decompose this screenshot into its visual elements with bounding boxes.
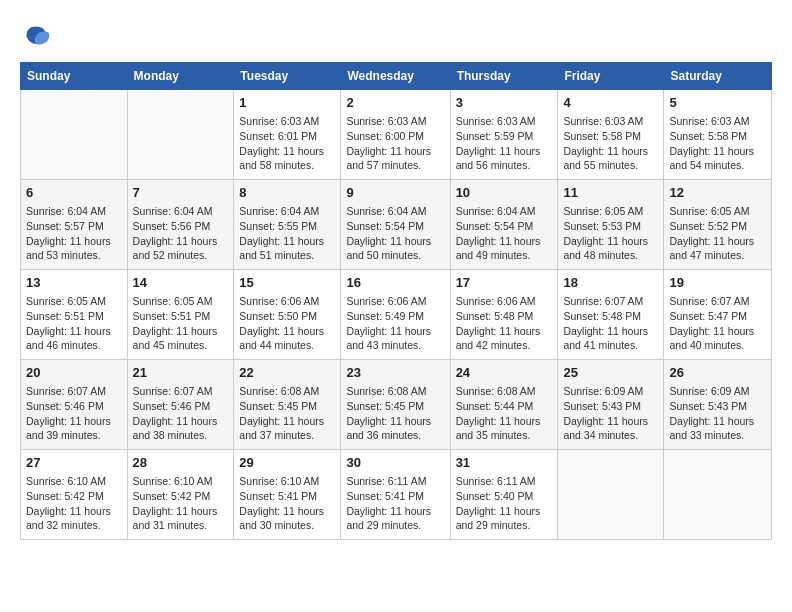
calendar-cell: 12Sunrise: 6:05 AM Sunset: 5:52 PM Dayli… — [664, 180, 772, 270]
calendar-cell: 5Sunrise: 6:03 AM Sunset: 5:58 PM Daylig… — [664, 90, 772, 180]
calendar-cell: 26Sunrise: 6:09 AM Sunset: 5:43 PM Dayli… — [664, 360, 772, 450]
calendar-week-4: 20Sunrise: 6:07 AM Sunset: 5:46 PM Dayli… — [21, 360, 772, 450]
calendar-cell — [127, 90, 234, 180]
calendar-cell: 7Sunrise: 6:04 AM Sunset: 5:56 PM Daylig… — [127, 180, 234, 270]
calendar-week-3: 13Sunrise: 6:05 AM Sunset: 5:51 PM Dayli… — [21, 270, 772, 360]
day-number: 27 — [26, 454, 122, 472]
calendar-cell: 8Sunrise: 6:04 AM Sunset: 5:55 PM Daylig… — [234, 180, 341, 270]
day-number: 5 — [669, 94, 766, 112]
day-info: Sunrise: 6:08 AM Sunset: 5:45 PM Dayligh… — [239, 384, 335, 443]
day-info: Sunrise: 6:06 AM Sunset: 5:48 PM Dayligh… — [456, 294, 553, 353]
day-number: 24 — [456, 364, 553, 382]
calendar-cell: 18Sunrise: 6:07 AM Sunset: 5:48 PM Dayli… — [558, 270, 664, 360]
calendar-cell: 24Sunrise: 6:08 AM Sunset: 5:44 PM Dayli… — [450, 360, 558, 450]
day-number: 14 — [133, 274, 229, 292]
day-number: 11 — [563, 184, 658, 202]
calendar-week-2: 6Sunrise: 6:04 AM Sunset: 5:57 PM Daylig… — [21, 180, 772, 270]
day-number: 1 — [239, 94, 335, 112]
calendar-header: SundayMondayTuesdayWednesdayThursdayFrid… — [21, 63, 772, 90]
day-info: Sunrise: 6:11 AM Sunset: 5:41 PM Dayligh… — [346, 474, 444, 533]
calendar-cell: 10Sunrise: 6:04 AM Sunset: 5:54 PM Dayli… — [450, 180, 558, 270]
day-info: Sunrise: 6:05 AM Sunset: 5:52 PM Dayligh… — [669, 204, 766, 263]
day-info: Sunrise: 6:04 AM Sunset: 5:57 PM Dayligh… — [26, 204, 122, 263]
calendar-week-5: 27Sunrise: 6:10 AM Sunset: 5:42 PM Dayli… — [21, 450, 772, 540]
day-info: Sunrise: 6:06 AM Sunset: 5:50 PM Dayligh… — [239, 294, 335, 353]
calendar-week-1: 1Sunrise: 6:03 AM Sunset: 6:01 PM Daylig… — [21, 90, 772, 180]
calendar-cell: 6Sunrise: 6:04 AM Sunset: 5:57 PM Daylig… — [21, 180, 128, 270]
day-number: 26 — [669, 364, 766, 382]
day-info: Sunrise: 6:05 AM Sunset: 5:51 PM Dayligh… — [133, 294, 229, 353]
day-info: Sunrise: 6:08 AM Sunset: 5:44 PM Dayligh… — [456, 384, 553, 443]
calendar-cell: 28Sunrise: 6:10 AM Sunset: 5:42 PM Dayli… — [127, 450, 234, 540]
day-number: 31 — [456, 454, 553, 472]
day-number: 20 — [26, 364, 122, 382]
day-number: 12 — [669, 184, 766, 202]
calendar-cell: 4Sunrise: 6:03 AM Sunset: 5:58 PM Daylig… — [558, 90, 664, 180]
day-info: Sunrise: 6:07 AM Sunset: 5:46 PM Dayligh… — [26, 384, 122, 443]
calendar-cell: 16Sunrise: 6:06 AM Sunset: 5:49 PM Dayli… — [341, 270, 450, 360]
calendar-cell: 15Sunrise: 6:06 AM Sunset: 5:50 PM Dayli… — [234, 270, 341, 360]
day-number: 9 — [346, 184, 444, 202]
day-info: Sunrise: 6:05 AM Sunset: 5:51 PM Dayligh… — [26, 294, 122, 353]
day-number: 10 — [456, 184, 553, 202]
weekday-header-wednesday: Wednesday — [341, 63, 450, 90]
day-number: 30 — [346, 454, 444, 472]
calendar-cell: 22Sunrise: 6:08 AM Sunset: 5:45 PM Dayli… — [234, 360, 341, 450]
calendar-cell: 25Sunrise: 6:09 AM Sunset: 5:43 PM Dayli… — [558, 360, 664, 450]
day-number: 2 — [346, 94, 444, 112]
calendar-body: 1Sunrise: 6:03 AM Sunset: 6:01 PM Daylig… — [21, 90, 772, 540]
day-info: Sunrise: 6:03 AM Sunset: 5:58 PM Dayligh… — [669, 114, 766, 173]
weekday-header-thursday: Thursday — [450, 63, 558, 90]
day-info: Sunrise: 6:07 AM Sunset: 5:48 PM Dayligh… — [563, 294, 658, 353]
calendar-cell: 1Sunrise: 6:03 AM Sunset: 6:01 PM Daylig… — [234, 90, 341, 180]
calendar-cell: 20Sunrise: 6:07 AM Sunset: 5:46 PM Dayli… — [21, 360, 128, 450]
day-info: Sunrise: 6:04 AM Sunset: 5:54 PM Dayligh… — [456, 204, 553, 263]
day-number: 15 — [239, 274, 335, 292]
day-number: 7 — [133, 184, 229, 202]
day-info: Sunrise: 6:09 AM Sunset: 5:43 PM Dayligh… — [563, 384, 658, 443]
day-number: 19 — [669, 274, 766, 292]
day-number: 22 — [239, 364, 335, 382]
logo-icon — [20, 20, 52, 52]
day-number: 3 — [456, 94, 553, 112]
day-info: Sunrise: 6:07 AM Sunset: 5:46 PM Dayligh… — [133, 384, 229, 443]
calendar-cell: 9Sunrise: 6:04 AM Sunset: 5:54 PM Daylig… — [341, 180, 450, 270]
day-number: 28 — [133, 454, 229, 472]
day-info: Sunrise: 6:10 AM Sunset: 5:41 PM Dayligh… — [239, 474, 335, 533]
weekday-header-saturday: Saturday — [664, 63, 772, 90]
calendar-cell: 19Sunrise: 6:07 AM Sunset: 5:47 PM Dayli… — [664, 270, 772, 360]
calendar-cell — [558, 450, 664, 540]
day-info: Sunrise: 6:03 AM Sunset: 5:58 PM Dayligh… — [563, 114, 658, 173]
calendar-cell: 11Sunrise: 6:05 AM Sunset: 5:53 PM Dayli… — [558, 180, 664, 270]
day-info: Sunrise: 6:03 AM Sunset: 5:59 PM Dayligh… — [456, 114, 553, 173]
day-number: 18 — [563, 274, 658, 292]
calendar-cell: 13Sunrise: 6:05 AM Sunset: 5:51 PM Dayli… — [21, 270, 128, 360]
calendar-cell: 14Sunrise: 6:05 AM Sunset: 5:51 PM Dayli… — [127, 270, 234, 360]
weekday-row: SundayMondayTuesdayWednesdayThursdayFrid… — [21, 63, 772, 90]
calendar-cell: 17Sunrise: 6:06 AM Sunset: 5:48 PM Dayli… — [450, 270, 558, 360]
day-number: 13 — [26, 274, 122, 292]
calendar-cell — [664, 450, 772, 540]
day-number: 16 — [346, 274, 444, 292]
weekday-header-friday: Friday — [558, 63, 664, 90]
weekday-header-sunday: Sunday — [21, 63, 128, 90]
day-number: 21 — [133, 364, 229, 382]
day-number: 8 — [239, 184, 335, 202]
calendar-cell: 23Sunrise: 6:08 AM Sunset: 5:45 PM Dayli… — [341, 360, 450, 450]
calendar-cell: 3Sunrise: 6:03 AM Sunset: 5:59 PM Daylig… — [450, 90, 558, 180]
day-number: 23 — [346, 364, 444, 382]
day-info: Sunrise: 6:05 AM Sunset: 5:53 PM Dayligh… — [563, 204, 658, 263]
calendar-cell: 30Sunrise: 6:11 AM Sunset: 5:41 PM Dayli… — [341, 450, 450, 540]
day-info: Sunrise: 6:03 AM Sunset: 6:01 PM Dayligh… — [239, 114, 335, 173]
day-number: 29 — [239, 454, 335, 472]
page-header — [20, 20, 772, 52]
calendar-cell: 2Sunrise: 6:03 AM Sunset: 6:00 PM Daylig… — [341, 90, 450, 180]
day-info: Sunrise: 6:04 AM Sunset: 5:56 PM Dayligh… — [133, 204, 229, 263]
day-number: 25 — [563, 364, 658, 382]
day-info: Sunrise: 6:11 AM Sunset: 5:40 PM Dayligh… — [456, 474, 553, 533]
day-info: Sunrise: 6:08 AM Sunset: 5:45 PM Dayligh… — [346, 384, 444, 443]
calendar-cell — [21, 90, 128, 180]
day-info: Sunrise: 6:07 AM Sunset: 5:47 PM Dayligh… — [669, 294, 766, 353]
calendar-cell: 21Sunrise: 6:07 AM Sunset: 5:46 PM Dayli… — [127, 360, 234, 450]
day-number: 4 — [563, 94, 658, 112]
